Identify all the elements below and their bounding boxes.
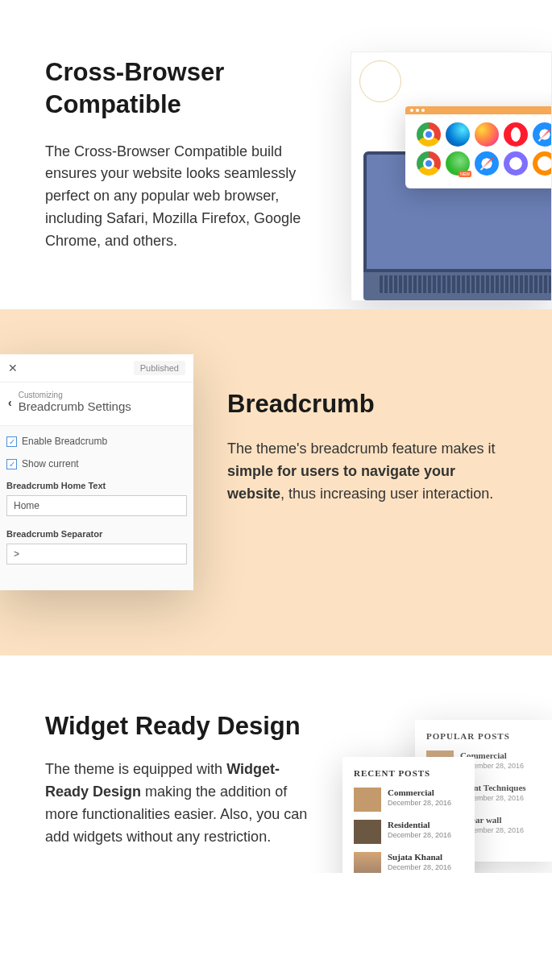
close-icon[interactable]: ✕ — [8, 362, 18, 374]
firefox-icon — [475, 122, 499, 147]
cross-browser-section: Cross-Browser Compatible The Cross-Brows… — [0, 0, 552, 309]
section-text: Widget Ready Design The theme is equippe… — [45, 712, 318, 849]
browser-icon — [504, 151, 528, 176]
widget-title: RECENT POSTS — [354, 768, 463, 778]
recent-posts-widget: RECENT POSTS Commercial December 28, 201… — [342, 757, 475, 873]
section-body: The theme is equipped with Widget-Ready … — [45, 759, 318, 849]
laptop-graphic — [363, 151, 552, 300]
opera-icon — [504, 122, 528, 147]
section-text: Cross-Browser Compatible The Cross-Brows… — [45, 56, 319, 253]
post-title: Residential — [388, 820, 463, 829]
post-date: December 28, 2016 — [388, 831, 463, 839]
back-icon[interactable]: ‹ — [8, 396, 12, 409]
widgets-illustration: POPULAR POSTS Commercial December 28, 20… — [342, 720, 552, 873]
home-text-label: Breadcrumb Home Text — [6, 481, 187, 490]
section-title: Cross-Browser Compatible — [45, 56, 319, 122]
section-body: The Cross-Browser Compatible build ensur… — [45, 141, 319, 253]
browser-icons-popup — [405, 106, 552, 188]
section-text: Breadcrumb The theme's breadcrumb featur… — [227, 390, 507, 575]
published-badge: Published — [134, 361, 185, 375]
safari-icon — [533, 122, 552, 147]
edge-legacy-icon — [446, 151, 470, 176]
widget-title: POPULAR POSTS — [426, 731, 541, 741]
browser-illustration — [351, 52, 552, 301]
section-title: Widget Ready Design — [45, 712, 318, 741]
checkbox-label: Show current — [22, 458, 79, 469]
checkbox-icon: ✓ — [6, 436, 17, 447]
post-title: Commercial — [388, 788, 463, 797]
post-thumbnail — [354, 852, 381, 873]
list-item: Commercial December 28, 2016 — [354, 788, 463, 812]
checkbox-label: Enable Breadcrumb — [22, 436, 107, 447]
edge-icon — [446, 122, 470, 147]
show-current-checkbox[interactable]: ✓ Show current — [6, 458, 187, 469]
list-item: Sujata Khanal December 28, 2016 — [354, 852, 463, 873]
home-text-input[interactable] — [6, 495, 187, 516]
post-title: Sujata Khanal — [388, 852, 463, 862]
breadcrumb-section: ✕ Published ‹ Customizing Breadcrumb Set… — [0, 309, 552, 655]
chrome-icon — [417, 122, 441, 147]
customizer-panel: ✕ Published ‹ Customizing Breadcrumb Set… — [0, 354, 193, 590]
widget-ready-section: Widget Ready Design The theme is equippe… — [0, 655, 552, 873]
section-title: Breadcrumb — [227, 390, 507, 419]
post-date: December 28, 2016 — [388, 863, 463, 871]
separator-input[interactable] — [6, 544, 187, 564]
separator-label: Breadcrumb Separator — [6, 529, 187, 539]
customizing-label: Customizing — [19, 391, 131, 399]
post-date: December 28, 2016 — [388, 799, 463, 807]
safari-icon — [475, 151, 499, 176]
enable-breadcrumb-checkbox[interactable]: ✓ Enable Breadcrumb — [6, 436, 187, 447]
list-item: Residential December 28, 2016 — [354, 820, 463, 844]
post-thumbnail — [354, 820, 381, 844]
panel-heading: Breadcrumb Settings — [19, 399, 131, 413]
post-thumbnail — [354, 788, 381, 812]
uc-browser-icon — [533, 151, 552, 176]
chrome-icon — [417, 151, 441, 176]
section-body: The theme's breadcrumb feature makes it … — [227, 438, 507, 506]
checkbox-icon: ✓ — [6, 459, 17, 469]
